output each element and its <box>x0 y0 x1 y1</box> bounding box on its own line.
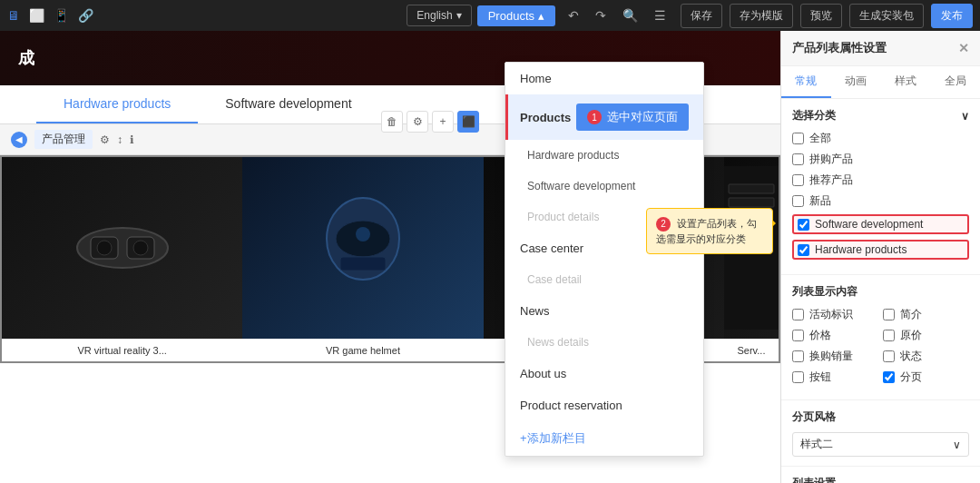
dropdown-menu: Home Products 1 选中对应页面 Hardware products… <box>505 62 704 457</box>
product-card-vr: VR virtual reality 3... <box>2 157 242 361</box>
cb-activity-input[interactable] <box>792 309 804 320</box>
move-icon[interactable]: ↕ <box>117 133 122 146</box>
menu-item-products[interactable]: Products 1 选中对应页面 <box>505 94 703 140</box>
cb-activity: 活动标识 <box>792 307 879 322</box>
publish-btn[interactable]: 发布 <box>931 4 973 28</box>
cb-new: 新品 <box>792 193 969 209</box>
nav-buttons: ↶ ↷ 🔍 ☰ <box>561 5 673 26</box>
settings-icon[interactable]: ⚙ <box>100 133 110 146</box>
select-category-section: 选择分类 ∨ 全部 拼购产品 推荐产品 新品 <box>781 99 980 275</box>
cb-intro-input[interactable] <box>883 309 895 320</box>
cb-button: 按钮 <box>792 370 879 385</box>
build-btn[interactable]: 生成安装包 <box>849 4 924 28</box>
helmet-title: VR game helmet <box>242 339 483 361</box>
tablet-icon[interactable]: ⬜ <box>29 8 44 23</box>
menu-item-news[interactable]: News <box>505 295 703 327</box>
svg-point-4 <box>133 241 148 255</box>
info-icon[interactable]: ℹ <box>130 133 134 146</box>
list-content-col1: 活动标识 价格 换购销量 按钮 <box>792 307 879 390</box>
panel-header: 产品列表属性设置 ✕ <box>781 31 980 66</box>
cb-all-input[interactable] <box>792 133 804 144</box>
vr-title: VR virtual reality 3... <box>2 339 242 361</box>
pagination-style-section: 分页风格 样式二 ∨ <box>781 400 980 467</box>
cb-status: 状态 <box>883 349 970 364</box>
menu-item-hardware[interactable]: Hardware products <box>505 140 703 171</box>
mobile-icon[interactable]: 📱 <box>54 8 69 23</box>
menu-item-home[interactable]: Home <box>505 63 703 94</box>
preview-btn[interactable]: 预览 <box>800 4 842 28</box>
cb-software-input[interactable] <box>798 219 809 231</box>
list-settings-title: 列表设置 <box>792 476 969 483</box>
canvas-area: 成 Hardware products Software development… <box>0 31 780 483</box>
tab-style[interactable]: 样式 <box>881 66 931 98</box>
search-btn[interactable]: 🔍 <box>615 5 645 26</box>
chevron-down-icon: ∨ <box>953 439 961 451</box>
cb-sales-input[interactable] <box>792 350 804 362</box>
cb-sales: 换购销量 <box>792 349 879 364</box>
device-icons: 🖥 ⬜ 📱 🔗 <box>7 8 93 23</box>
menu-item-reservation[interactable]: Product reservation <box>505 389 703 421</box>
add-float-btn[interactable]: + <box>432 111 454 133</box>
right-panel: 产品列表属性设置 ✕ 常规 动画 样式 全局 选择分类 ∨ <box>780 31 980 483</box>
main-area: 成 Hardware products Software development… <box>0 31 980 483</box>
save-template-btn[interactable]: 存为模版 <box>730 4 793 28</box>
tab-software[interactable]: Software development <box>198 85 378 123</box>
cb-hardware-input[interactable] <box>798 244 809 256</box>
list-content-col2: 简介 原价 状态 分页 <box>883 307 970 390</box>
list-content-title: 列表显示内容 <box>792 284 969 300</box>
cb-pagination-input[interactable] <box>883 371 895 383</box>
select-category-title: 选择分类 ∨ <box>792 108 969 123</box>
cb-original-price-input[interactable] <box>883 330 895 341</box>
chevron-icon: ∨ <box>961 110 969 123</box>
forward-btn[interactable]: ↷ <box>588 5 613 26</box>
delete-float-btn[interactable]: 🗑 <box>381 111 403 133</box>
tab-global[interactable]: 全局 <box>930 66 980 98</box>
cb-new-input[interactable] <box>792 195 804 207</box>
svg-point-8 <box>356 227 370 242</box>
tab-general[interactable]: 常规 <box>781 66 831 98</box>
language-selector[interactable]: English ▾ <box>407 5 471 26</box>
tab-hardware[interactable]: Hardware products <box>36 85 198 123</box>
menu-item-software[interactable]: Software development <box>505 171 703 202</box>
cb-group-buy: 拼购产品 <box>792 152 969 167</box>
collapse-btn[interactable]: ◀ <box>11 132 27 148</box>
list-settings-section: 列表设置 <box>781 467 980 483</box>
menu-item-add[interactable]: +添加新栏目 <box>505 421 703 456</box>
cb-status-input[interactable] <box>883 350 895 362</box>
lang-label: English <box>416 9 452 22</box>
product-card-serv2: Serv... <box>724 157 779 361</box>
grid-btn[interactable]: ☰ <box>647 5 673 26</box>
desktop-icon[interactable]: 🖥 <box>7 8 20 23</box>
settings-float-btn[interactable]: ⚙ <box>407 111 428 133</box>
select-page-btn[interactable]: 1 选中对应页面 <box>576 104 689 131</box>
cb-button-input[interactable] <box>792 371 804 383</box>
tooltip-bubble: 2 设置产品列表，勾选需显示的对应分类 <box>646 208 773 254</box>
save-btn[interactable]: 保存 <box>681 4 722 28</box>
site-logo: 成 <box>18 47 34 69</box>
product-card-helmet: VR game helmet <box>242 157 483 361</box>
cb-original-price: 原价 <box>883 328 970 343</box>
cb-recommended-input[interactable] <box>792 174 804 186</box>
back-btn[interactable]: ↶ <box>561 5 586 26</box>
link-icon[interactable]: 🔗 <box>78 8 93 23</box>
cb-price-input[interactable] <box>792 330 804 341</box>
select-float-btn[interactable]: ⬛ <box>457 111 479 133</box>
cb-pagination: 分页 <box>883 370 970 385</box>
menu-item-news-detail[interactable]: News details <box>505 327 703 358</box>
svg-point-3 <box>97 241 112 255</box>
menu-item-case-detail[interactable]: Case detail <box>505 264 703 295</box>
list-content-section: 列表显示内容 活动标识 价格 换购销量 <box>781 275 980 400</box>
panel-close-btn[interactable]: ✕ <box>958 41 969 55</box>
vr-image <box>2 157 242 339</box>
cb-recommended: 推荐产品 <box>792 172 969 188</box>
products-nav-btn[interactable]: Products ▴ <box>477 5 555 26</box>
top-toolbar: 🖥 ⬜ 📱 🔗 English ▾ Products ▴ ↶ ↷ 🔍 ☰ 保存 … <box>0 0 980 31</box>
float-toolbar: 🗑 ⚙ + ⬛ <box>381 111 479 133</box>
cb-group-buy-input[interactable] <box>792 153 804 165</box>
pagination-style-select[interactable]: 样式二 ∨ <box>792 432 969 457</box>
badge-1: 1 <box>587 110 602 124</box>
menu-item-about[interactable]: About us <box>505 358 703 389</box>
pagination-style-title: 分页风格 <box>792 409 969 425</box>
panel-tabs: 常规 动画 样式 全局 <box>781 66 980 99</box>
tab-animation[interactable]: 动画 <box>831 66 881 98</box>
